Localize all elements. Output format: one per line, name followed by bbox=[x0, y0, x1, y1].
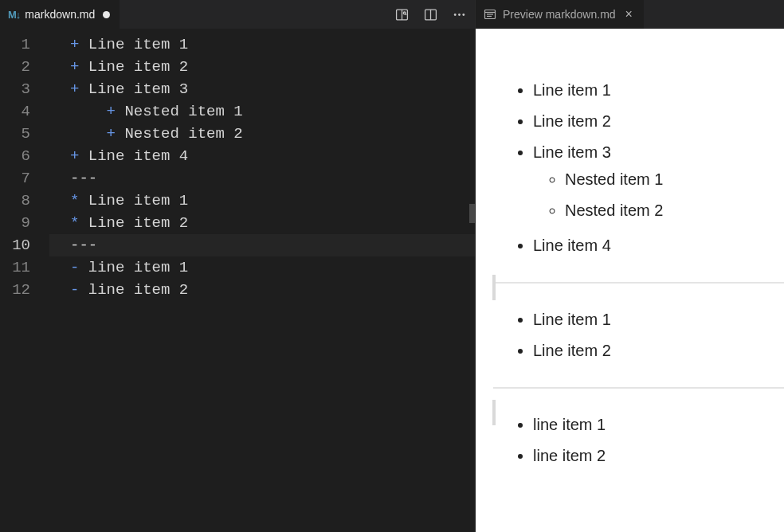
editor-tab-label: markdown.md bbox=[25, 8, 95, 21]
code-line[interactable]: - line item 2 bbox=[49, 279, 475, 301]
preview-list: Nested item 1Nested item 2 bbox=[533, 164, 784, 226]
line-number-gutter: 123456789101112 bbox=[0, 33, 49, 532]
editor-body[interactable]: 123456789101112 + Line item 1+ Line item… bbox=[0, 29, 475, 532]
line-number: 2 bbox=[0, 56, 30, 78]
code-line[interactable]: * Line item 1 bbox=[49, 190, 475, 212]
list-item: Nested item 2 bbox=[565, 195, 784, 226]
code-line[interactable]: + Line item 1 bbox=[49, 33, 475, 56]
preview-list: line item 1line item 2 bbox=[493, 409, 784, 471]
split-editor-button[interactable] bbox=[421, 5, 440, 24]
list-item: Line item 1 bbox=[533, 75, 784, 106]
line-number: 8 bbox=[0, 190, 30, 212]
line-number: 9 bbox=[0, 212, 30, 234]
code-line[interactable]: * Line item 2 bbox=[49, 212, 475, 234]
horizontal-rule bbox=[493, 387, 784, 389]
preview-list: Line item 1Line item 2Line item 3Nested … bbox=[493, 75, 784, 261]
editor-tabbar: M↓ markdown.md bbox=[0, 0, 475, 29]
line-number: 11 bbox=[0, 256, 30, 279]
preview-tab-label: Preview markdown.md bbox=[503, 8, 616, 21]
list-bullet-char: + bbox=[70, 58, 79, 76]
preview-list: Line item 1Line item 2 bbox=[493, 304, 784, 366]
line-number: 5 bbox=[0, 123, 30, 145]
overview-ruler-thumb[interactable] bbox=[469, 204, 475, 223]
line-number: 7 bbox=[0, 167, 30, 190]
editor-pane: M↓ markdown.md bbox=[0, 0, 475, 532]
code-line[interactable]: - line item 1 bbox=[49, 256, 475, 279]
code-line[interactable]: --- bbox=[49, 167, 475, 190]
list-item: Line item 3Nested item 1Nested item 2 bbox=[533, 137, 784, 230]
preview-body[interactable]: Line item 1Line item 2Line item 3Nested … bbox=[476, 29, 784, 532]
list-bullet-char: + bbox=[70, 147, 79, 165]
list-bullet-char: + bbox=[70, 36, 79, 53]
list-bullet-char: - bbox=[70, 259, 79, 276]
line-number: 12 bbox=[0, 279, 30, 301]
line-number: 4 bbox=[0, 100, 30, 123]
list-bullet-char: * bbox=[70, 214, 79, 232]
line-number: 10 bbox=[0, 234, 30, 256]
close-tab-button[interactable]: × bbox=[622, 8, 636, 21]
horizontal-rule bbox=[493, 282, 784, 284]
list-item: Line item 2 bbox=[533, 106, 784, 137]
line-number: 1 bbox=[0, 33, 30, 56]
svg-point-6 bbox=[453, 14, 456, 16]
code-area[interactable]: + Line item 1+ Line item 2+ Line item 3 … bbox=[49, 33, 475, 532]
svg-point-2 bbox=[403, 11, 406, 14]
svg-point-8 bbox=[462, 14, 465, 16]
preview-tab[interactable]: Preview markdown.md × bbox=[476, 0, 644, 29]
preview-tabbar: Preview markdown.md × bbox=[476, 0, 784, 29]
svg-line-3 bbox=[405, 14, 406, 14]
editor-tab-markdown[interactable]: M↓ markdown.md bbox=[0, 0, 120, 29]
code-line[interactable]: + Line item 3 bbox=[49, 78, 475, 100]
list-bullet-char: + bbox=[107, 125, 116, 143]
code-line[interactable]: + Line item 4 bbox=[49, 145, 475, 167]
list-item: Line item 1 bbox=[533, 304, 784, 335]
open-preview-side-button[interactable] bbox=[392, 5, 411, 24]
list-item: Line item 4 bbox=[533, 230, 784, 261]
active-line-marker bbox=[492, 275, 496, 300]
dirty-indicator-icon bbox=[103, 11, 110, 18]
list-item: line item 2 bbox=[533, 440, 784, 471]
ellipsis-icon bbox=[453, 8, 466, 22]
active-line-marker bbox=[492, 400, 496, 425]
list-bullet-char: * bbox=[70, 192, 79, 209]
code-line[interactable]: + Nested item 2 bbox=[49, 123, 475, 145]
preview-side-icon bbox=[395, 8, 409, 22]
code-line[interactable]: + Line item 2 bbox=[49, 56, 475, 78]
list-bullet-char: - bbox=[70, 281, 79, 299]
preview-icon bbox=[484, 8, 496, 21]
list-item: line item 1 bbox=[533, 409, 784, 440]
line-number: 3 bbox=[0, 78, 30, 100]
list-bullet-char: + bbox=[107, 103, 116, 120]
list-item: Nested item 1 bbox=[565, 164, 784, 195]
markdown-file-icon: M↓ bbox=[8, 9, 20, 21]
code-line[interactable]: --- bbox=[49, 234, 475, 256]
list-item: Line item 2 bbox=[533, 335, 784, 366]
svg-point-7 bbox=[458, 14, 461, 16]
more-actions-button[interactable] bbox=[449, 5, 468, 24]
editor-tab-actions bbox=[392, 0, 468, 29]
code-line[interactable]: + Nested item 1 bbox=[49, 100, 475, 123]
preview-pane: Preview markdown.md × Line item 1Line it… bbox=[475, 0, 784, 532]
list-bullet-char: + bbox=[70, 80, 79, 98]
line-number: 6 bbox=[0, 145, 30, 167]
split-editor-icon bbox=[424, 8, 437, 22]
